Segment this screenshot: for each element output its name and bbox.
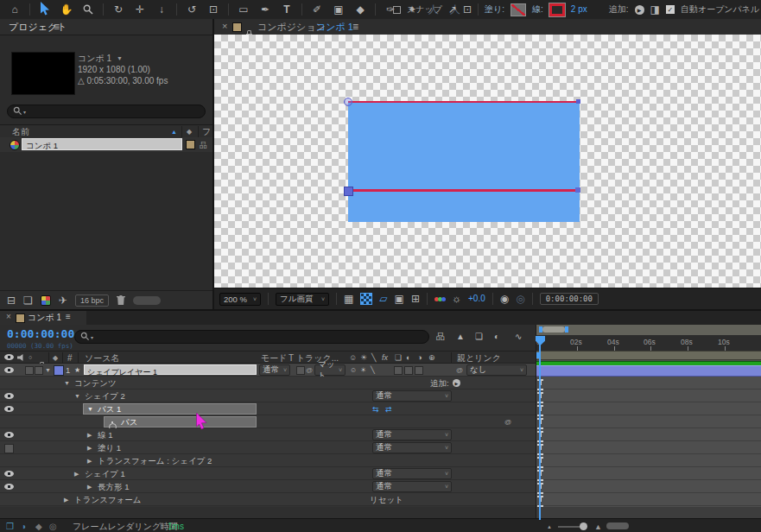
panel-menu-icon[interactable]: ≡ — [54, 22, 60, 32]
footage-icon[interactable]: ⊟ — [7, 295, 16, 306]
property-name[interactable]: 線 1 — [98, 431, 112, 440]
close-icon[interactable]: × — [6, 313, 11, 321]
auto-open-checkbox[interactable]: ✓ — [666, 5, 675, 14]
orbit-camera-tool-icon[interactable]: ↻ — [111, 4, 125, 15]
channel-icon[interactable] — [434, 297, 445, 301]
property-name[interactable]: トランスフォーム : シェイプ 2 — [98, 457, 212, 466]
eye-icon[interactable] — [4, 406, 14, 412]
lock-toggle[interactable] — [35, 366, 43, 375]
chevron-right-icon[interactable]: ▶ — [64, 497, 68, 503]
project-item-name-box[interactable]: コンポ 1 — [22, 138, 182, 150]
viewer-tab-label[interactable]: コンポジション — [257, 22, 326, 32]
parent-dropdown[interactable]: なし˅ — [466, 364, 527, 376]
property-name[interactable]: パス — [121, 418, 137, 427]
property-name[interactable]: 塗り 1 — [98, 444, 121, 453]
property-group-row[interactable]: ▶ 塗り 1 通常˅ — [0, 441, 536, 454]
fx-icon[interactable]: fx — [382, 353, 388, 362]
property-name[interactable]: パス 1 — [98, 405, 121, 414]
eye-icon[interactable] — [4, 484, 14, 490]
shy-toggle-icon[interactable]: ☺ — [350, 366, 357, 374]
video-column-icon[interactable] — [4, 354, 14, 360]
close-icon[interactable]: × — [222, 22, 227, 31]
switch-cell[interactable] — [394, 366, 403, 375]
label-column-icon[interactable]: ◆ — [53, 354, 58, 362]
property-name[interactable]: 長方形 1 — [98, 483, 129, 491]
property-name[interactable]: コンテンツ — [74, 379, 117, 388]
layer-name-box[interactable]: シェイプレイヤー 1 — [84, 364, 257, 375]
trkmat-dropdown[interactable]: マット˅ — [314, 364, 346, 376]
motion-blur-column-icon[interactable]: ◐ — [406, 353, 410, 362]
project-item-row[interactable]: コンポ 1 品 — [0, 137, 212, 152]
property-group-row[interactable]: ▼ シェイプ 2 通常˅ — [0, 390, 536, 402]
project-panel-header[interactable]: プロジェクト ≡ — [0, 19, 212, 35]
property-group-row[interactable]: ▶ トランスフォーム リセット — [0, 493, 536, 506]
3d-layer-icon[interactable]: ⊕ — [428, 353, 435, 362]
quality-icon[interactable]: ╲ — [371, 353, 376, 362]
chevron-down-icon[interactable]: ▼ — [64, 380, 70, 386]
blend-mode-dropdown[interactable]: 通常˅ — [259, 364, 290, 376]
shape-rectangle[interactable] — [348, 101, 580, 222]
reverse-path-icon[interactable]: ⇄ — [385, 405, 392, 414]
inout-pane-icon[interactable]: ◆ — [35, 522, 42, 531]
zoom-in-icon[interactable]: ▲ — [594, 522, 602, 531]
timeline-divider[interactable] — [536, 325, 536, 520]
chevron-down-icon[interactable]: ▼ — [117, 55, 123, 61]
frame-blend-column-icon[interactable]: ❏ — [395, 353, 402, 362]
source-name-column-header[interactable]: ソース名 — [85, 354, 119, 363]
project-info-name[interactable]: コンポ 1 — [78, 54, 111, 63]
pickwhip-icon[interactable]: @ — [504, 418, 511, 426]
property-group-row[interactable]: ▶ トランスフォーム : シェイプ 2 — [0, 454, 536, 467]
layer-color-swatch[interactable] — [54, 365, 64, 376]
blend-mode-dropdown[interactable]: 通常˅ — [372, 481, 452, 492]
blend-mode-dropdown[interactable]: 通常˅ — [372, 429, 452, 440]
pan-camera-tool-icon[interactable]: ✛ — [133, 4, 147, 15]
text-tool-icon[interactable]: T — [280, 4, 294, 15]
chevron-right-icon[interactable]: ▶ — [74, 471, 79, 477]
panel-menu-icon[interactable]: ≡ — [66, 313, 71, 321]
exposure-value[interactable]: +0.0 — [468, 294, 485, 303]
property-group-row[interactable]: ▼ コンテンツ 追加: ▶ — [0, 377, 536, 390]
region-of-interest-icon[interactable]: ▣ — [395, 294, 404, 304]
label-color-swatch[interactable] — [186, 140, 195, 149]
camera-tool-icon[interactable]: ⊡ — [206, 4, 220, 15]
brush-tool-icon[interactable]: ✐ — [310, 4, 324, 15]
eye-icon[interactable] — [4, 393, 14, 399]
horizontal-scrollbar[interactable] — [606, 522, 629, 529]
quality-toggle-icon[interactable]: ╲ — [371, 366, 375, 374]
panel-toggle-icon[interactable]: ◨ — [650, 4, 660, 15]
search-options-chevron[interactable]: ▾ — [23, 109, 26, 115]
layer-duration-bar[interactable] — [536, 365, 761, 377]
reverse-path-icon[interactable]: ⇆ — [372, 405, 379, 414]
pen-tool-icon[interactable]: ✒ — [258, 4, 272, 15]
snap-checkbox[interactable] — [393, 6, 401, 14]
mode-column-header[interactable]: モード — [261, 354, 287, 363]
sort-ascending-icon[interactable]: ▲ — [171, 129, 177, 135]
collapse-toggle-icon[interactable]: ☀ — [360, 366, 366, 374]
resolution-dropdown[interactable]: フル画質˅ — [276, 293, 329, 306]
add-property-button[interactable]: ▶ — [453, 379, 460, 387]
selection-tool-icon[interactable] — [38, 2, 52, 19]
composition-region-icon[interactable]: ⊞ — [411, 294, 420, 304]
timeline-tab[interactable]: × コンポ 1 ≡ — [0, 311, 86, 325]
chevron-down-icon[interactable]: ▼ — [87, 406, 93, 412]
home-icon[interactable]: ⌂ — [8, 4, 22, 15]
eye-icon[interactable] — [4, 432, 14, 438]
clone-stamp-tool-icon[interactable]: ▣ — [332, 4, 346, 15]
blend-mode-dropdown[interactable]: 通常˅ — [372, 390, 452, 402]
property-name[interactable]: トランスフォーム — [74, 496, 142, 504]
vertex-handle[interactable] — [576, 99, 580, 104]
property-name[interactable]: シェイプ 2 — [85, 392, 125, 401]
audio-column-icon[interactable] — [17, 354, 25, 361]
transparency-grid-icon[interactable] — [360, 293, 372, 305]
stroke-width-value[interactable]: 2 px — [571, 5, 587, 14]
property-group-row[interactable]: ▶ 線 1 通常˅ — [0, 428, 536, 441]
new-composition-icon[interactable] — [41, 295, 51, 306]
graph-editor-icon[interactable]: ∿ — [515, 332, 522, 341]
chevron-down-icon[interactable]: ▼ — [45, 367, 51, 373]
zoom-out-icon[interactable]: ▲ — [547, 524, 552, 529]
property-name[interactable]: シェイプ 1 — [85, 470, 125, 478]
number-column-header[interactable]: # — [67, 354, 73, 363]
label-column-icon[interactable]: ◆ — [187, 128, 192, 136]
switch-cell[interactable] — [415, 366, 423, 375]
chevron-right-icon[interactable]: ▶ — [87, 432, 92, 438]
